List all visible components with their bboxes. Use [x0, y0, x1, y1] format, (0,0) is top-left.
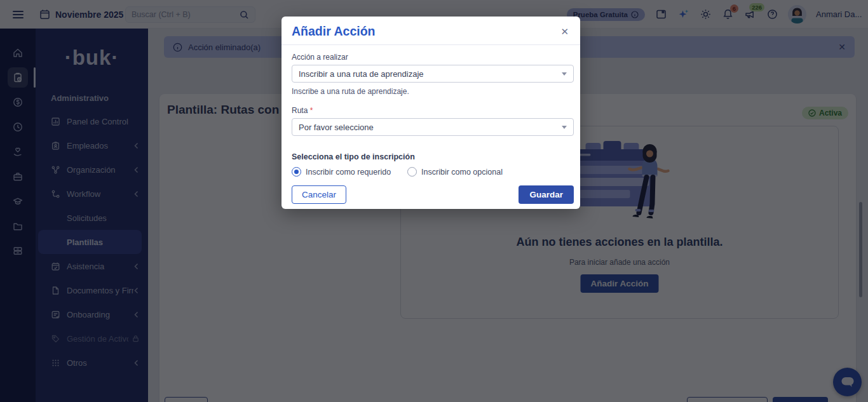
radio-optional-option[interactable]: Inscribir como opcional: [407, 167, 503, 177]
modal-title: Añadir Acción: [292, 24, 375, 39]
chevron-down-icon: [562, 72, 567, 76]
route-field-label: Ruta *: [292, 106, 574, 115]
action-helper-text: Inscribe a una ruta de aprendizaje.: [292, 87, 574, 96]
required-asterisk: *: [310, 106, 313, 115]
route-select[interactable]: Por favor seleccione: [292, 118, 574, 136]
radio-unselected[interactable]: [407, 167, 417, 177]
close-icon[interactable]: ✕: [557, 25, 573, 39]
radio-selected[interactable]: [292, 167, 301, 177]
action-field-label: Acción a realizar: [292, 53, 574, 62]
enrollment-type-label: Selecciona el tipo de inscripción: [292, 152, 574, 161]
radio-required-option[interactable]: Inscribir como requerido: [292, 167, 391, 177]
modal-save-button[interactable]: Guardar: [519, 185, 574, 204]
enrollment-type-options: Inscribir como requerido Inscribir como …: [292, 167, 574, 177]
cancel-button[interactable]: Cancelar: [292, 185, 346, 204]
modal-footer: Cancelar Guardar: [292, 185, 574, 204]
action-select[interactable]: Inscribir a una ruta de aprendizaje: [292, 65, 574, 83]
modal-body: Acción a realizar Inscribir a una ruta d…: [281, 45, 580, 204]
chevron-down-icon: [562, 126, 567, 129]
modal-header: Añadir Acción ✕: [281, 17, 580, 45]
buk-app-screen: Noviembre 2025 Prueba Gratuita: [0, 0, 868, 402]
add-action-modal: Añadir Acción ✕ Acción a realizar Inscri…: [281, 17, 580, 209]
